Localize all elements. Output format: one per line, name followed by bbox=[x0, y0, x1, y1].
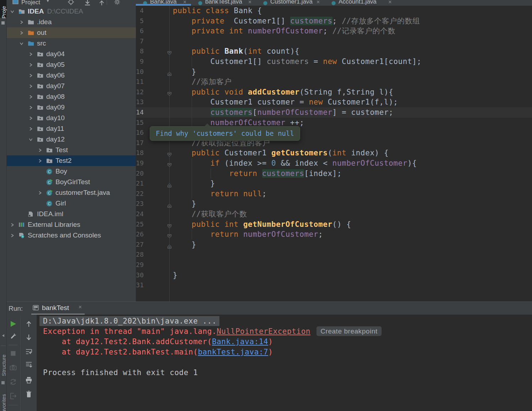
exit-icon[interactable] bbox=[9, 392, 17, 400]
chevron-right-icon[interactable] bbox=[28, 59, 33, 70]
null-analysis-tooltip[interactable]: Find why 'customers' could be null bbox=[150, 126, 300, 141]
editor-tab-banktest-java[interactable]: bankTest.java× bbox=[191, 0, 256, 6]
scroll-to-end-icon[interactable] bbox=[25, 361, 33, 369]
tree-item-src[interactable]: src bbox=[6, 38, 136, 49]
code-editor[interactable]: 4public class Bank {5 private Customer1[… bbox=[136, 6, 532, 301]
line-number: 26 bbox=[136, 229, 144, 240]
fold-collapse-icon[interactable] bbox=[167, 222, 172, 226]
chevron-right-icon[interactable] bbox=[38, 155, 42, 166]
tree-item-scratches-and-consoles[interactable]: Scratches and Consoles bbox=[6, 230, 136, 241]
tree-item-out[interactable]: out bbox=[6, 27, 136, 38]
fold-end-icon[interactable] bbox=[167, 181, 172, 186]
chevron-down-icon[interactable] bbox=[19, 38, 24, 49]
tree-item-day04[interactable]: day04 bbox=[6, 49, 136, 59]
tree-item-day11[interactable]: day11 bbox=[6, 123, 136, 134]
chevron-right-icon[interactable] bbox=[28, 123, 33, 134]
tree-item-day05[interactable]: day05 bbox=[6, 59, 136, 70]
chevron-right-icon[interactable] bbox=[28, 70, 33, 81]
tree-item-customertest-java[interactable]: CcustomerTest.java bbox=[6, 187, 136, 198]
chevron-right-icon[interactable] bbox=[28, 49, 33, 59]
editor-tab-bank-java[interactable]: Bank.java× bbox=[136, 0, 191, 6]
code-line-8: 8 public Bank(int count){ bbox=[136, 46, 532, 57]
chevron-right-icon[interactable] bbox=[28, 113, 33, 123]
fold-collapse-icon[interactable] bbox=[167, 150, 172, 155]
chevron-down-icon[interactable] bbox=[10, 6, 15, 17]
code-line-29: 29 bbox=[136, 260, 532, 270]
close-icon[interactable]: × bbox=[316, 0, 320, 5]
toolbar-divider bbox=[9, 345, 18, 345]
soft-wrap-icon[interactable] bbox=[25, 348, 33, 356]
tree-item-day06[interactable]: day06 bbox=[6, 70, 136, 81]
fold-collapse-icon[interactable] bbox=[167, 161, 172, 165]
chevron-right-icon[interactable] bbox=[10, 230, 15, 241]
fold-end-icon[interactable] bbox=[167, 201, 172, 206]
tree-item-external-libraries[interactable]: External Libraries bbox=[6, 219, 136, 230]
close-icon[interactable]: × bbox=[248, 0, 251, 5]
line-number: 4 bbox=[136, 6, 144, 16]
fold-collapse-icon[interactable] bbox=[167, 90, 172, 94]
chevron-right-icon[interactable] bbox=[28, 81, 33, 91]
rerun-icon[interactable] bbox=[9, 320, 17, 328]
chevron-right-icon[interactable] bbox=[19, 27, 24, 38]
stack-trace-link[interactable]: NullPointerException bbox=[217, 327, 310, 336]
run-console-tab[interactable]: bankTest × bbox=[31, 303, 85, 313]
favorites-stripe-label[interactable]: Favorites bbox=[1, 394, 7, 411]
up-arrow-icon[interactable] bbox=[25, 320, 33, 328]
tree-item-day07[interactable]: day07 bbox=[6, 81, 136, 91]
console-line: Exception in thread "main" java.lang.Nul… bbox=[37, 326, 532, 337]
tree-item-day08[interactable]: day08 bbox=[6, 91, 136, 102]
close-icon[interactable]: × bbox=[388, 0, 392, 5]
close-icon[interactable]: × bbox=[79, 304, 82, 310]
console-output[interactable]: D:\Java\jdk1.8.0_202\bin\java.exe ...Exc… bbox=[37, 315, 532, 411]
editor-tab-customer1-java[interactable]: Customer1.java× bbox=[256, 0, 324, 6]
structure-stripe-label[interactable]: Structure bbox=[1, 354, 7, 376]
code-line-20: 20 return customers[index]; bbox=[136, 169, 532, 179]
fold-end-icon[interactable] bbox=[167, 242, 172, 247]
editor: Bank.java×bankTest.java×Customer1.java×A… bbox=[136, 0, 532, 301]
create-breakpoint-hint[interactable]: Create breakpoint bbox=[316, 326, 381, 336]
project-tool-icon[interactable] bbox=[1, 20, 5, 26]
tree-item-day09[interactable]: day09 bbox=[6, 102, 136, 113]
print-icon[interactable] bbox=[25, 376, 33, 384]
tree-item-girl[interactable]: CGirl bbox=[6, 198, 136, 209]
code-text: } bbox=[173, 178, 215, 189]
chevron-right-icon[interactable] bbox=[10, 219, 15, 230]
fold-collapse-icon[interactable] bbox=[167, 49, 172, 53]
code-line-23: 23 } bbox=[136, 199, 532, 209]
project-stripe-label[interactable]: Proje bbox=[1, 6, 7, 18]
hide-stripe-arrow-icon[interactable] bbox=[1, 333, 5, 339]
chevron-right-icon[interactable] bbox=[28, 91, 33, 102]
stack-trace-link[interactable]: bankTest.java:7 bbox=[198, 348, 268, 356]
chevron-right-icon[interactable] bbox=[38, 187, 42, 198]
tooltip-link[interactable]: Find why 'customers' could be null bbox=[156, 129, 294, 137]
chevron-right-icon[interactable] bbox=[19, 17, 24, 27]
fold-end-icon[interactable] bbox=[167, 69, 172, 74]
tree-item-boygirltest[interactable]: CBoyGirlTest bbox=[6, 177, 136, 187]
line-number: 5 bbox=[136, 16, 144, 26]
project-folder-icon bbox=[18, 6, 25, 17]
code-line-9: 9 Customer1[] customers = new Customer1[… bbox=[136, 57, 532, 67]
rerun-failed-icon[interactable] bbox=[9, 378, 17, 386]
tree-item-idea[interactable]: IDEAD:\CC\IDEA bbox=[6, 6, 136, 17]
tree-item-idea-iml[interactable]: IDEA.iml bbox=[6, 209, 136, 219]
tree-item--idea[interactable]: .idea bbox=[6, 17, 136, 27]
chevron-right-icon[interactable] bbox=[28, 102, 33, 113]
down-arrow-icon[interactable] bbox=[25, 333, 33, 341]
chevron-right-icon[interactable] bbox=[38, 145, 42, 155]
tree-item-day10[interactable]: day10 bbox=[6, 113, 136, 123]
structure-tool-icon[interactable] bbox=[1, 380, 5, 386]
chevron-down-icon[interactable] bbox=[28, 134, 33, 145]
tree-item-test2[interactable]: Test2 bbox=[6, 155, 136, 166]
stack-trace-link[interactable]: Bank.java:14 bbox=[212, 337, 268, 346]
fold-collapse-icon[interactable] bbox=[167, 232, 172, 236]
tree-item-boy[interactable]: CBoy bbox=[6, 166, 136, 177]
settings-wrench-icon[interactable] bbox=[9, 332, 17, 340]
line-number: 31 bbox=[136, 280, 144, 290]
clear-all-icon[interactable] bbox=[25, 390, 33, 398]
console-line: D:\Java\jdk1.8.0_202\bin\java.exe ... bbox=[37, 316, 532, 326]
editor-tab-account1-java[interactable]: Account1.java× bbox=[324, 0, 396, 6]
tree-item-test[interactable]: Test bbox=[6, 145, 136, 155]
tree-item-day12[interactable]: day12 bbox=[6, 134, 136, 145]
snapshot-camera-icon[interactable] bbox=[9, 364, 17, 372]
stop-icon[interactable] bbox=[9, 349, 17, 357]
